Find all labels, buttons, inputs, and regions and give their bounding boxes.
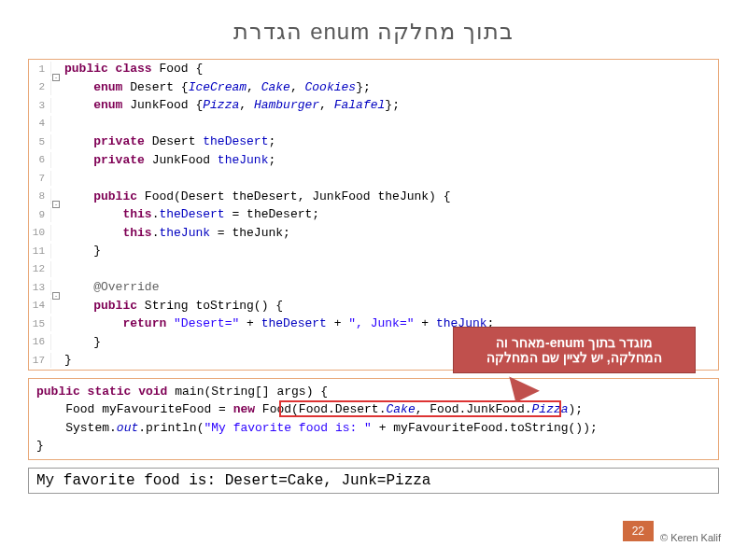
code-content: this.theDesert = theDesert; [63,205,319,224]
code-line: 1-public class Food { [29,60,718,78]
code-line: 3 enum JunkFood {Pizza, Hamburger, Falaf… [29,96,718,115]
line-number: 17 [29,353,51,369]
line-number: 5 [29,134,51,150]
code-content: private Desert theDesert; [63,133,275,151]
code-content: @Override [63,278,159,297]
line-number: 10 [29,225,51,241]
code-line: Food myFavouriteFood = new Food(Food.Des… [36,400,711,419]
callout-text: מאחר וה-enum מוגדר בתוך המחלקה, יש לציין… [486,335,661,365]
code-line: } [36,437,711,455]
code-content [63,260,72,279]
line-number: 4 [29,116,51,132]
code-line: 11 } [29,242,718,260]
code-line: 14 public String toString() { [29,297,718,315]
line-number: 16 [29,334,51,350]
code-line: System.out.println("My favorite food is:… [36,419,711,438]
code-content: private JunkFood theJunk; [63,151,275,170]
slide-container: הגדרת enum בתוך מחלקה 1-public class Foo… [0,0,747,560]
slide-title: הגדרת enum בתוך מחלקה [28,19,719,45]
callout-box: מאחר וה-enum מוגדר בתוך המחלקה, יש לציין… [453,327,696,373]
code-line: 13- @Override [29,278,718,297]
page-number-badge: 22 [623,521,654,541]
code-line: 8- public Food(Desert theDesert, JunkFoo… [29,188,718,206]
line-number: 2 [29,79,51,95]
code-content [63,115,72,133]
code-line: 12 [29,260,718,279]
fold-icon[interactable]: - [52,292,60,300]
line-number: 1 [29,62,51,77]
code-line: 5 private Desert theDesert; [29,133,718,151]
code-content: enum JunkFood {Pizza, Hamburger, Falafel… [63,96,400,115]
code-content: } [63,351,72,370]
line-number: 13 [29,280,51,296]
line-number: 6 [29,152,51,168]
line-number: 3 [29,98,51,114]
code-line: public static void main(String[] args) { [36,383,711,401]
code-content: } [63,333,101,352]
code-content: enum Desert {IceCream, Cake, Cookies}; [63,78,371,97]
output-block: My favorite food is: Desert=Cake, Junk=P… [28,468,719,494]
code-line: 7 [29,169,718,188]
line-number: 14 [29,298,51,314]
code-line: 6 private JunkFood theJunk; [29,151,718,170]
code-block-food-class: 1-public class Food {2 enum Desert {IceC… [28,59,719,371]
line-number: 12 [29,261,51,277]
code-content: public String toString() { [63,297,283,315]
code-line: 9 this.theDesert = theDesert; [29,205,718,224]
code-content: return "Desert=" + theDesert + ", Junk="… [63,315,494,333]
code-content: public class Food { [63,60,203,78]
code-content [63,169,72,188]
line-number: 15 [29,316,51,332]
code-line: 4 [29,115,718,133]
fold-icon[interactable]: - [52,74,60,81]
copyright-text: © Keren Kalif [660,532,721,543]
code-block-main: public static void main(String[] args) {… [28,378,719,460]
code-content: this.theJunk = theJunk; [63,224,290,243]
code-line: 2 enum Desert {IceCream, Cake, Cookies}; [29,78,718,97]
line-number: 8 [29,189,51,204]
line-number: 11 [29,244,51,259]
fold-icon[interactable]: - [52,201,60,208]
line-number: 7 [29,171,51,187]
code-line: 10 this.theJunk = theJunk; [29,224,718,243]
code-content: } [63,242,101,260]
line-number: 9 [29,207,51,223]
code-content: public Food(Desert theDesert, JunkFood t… [63,188,451,206]
